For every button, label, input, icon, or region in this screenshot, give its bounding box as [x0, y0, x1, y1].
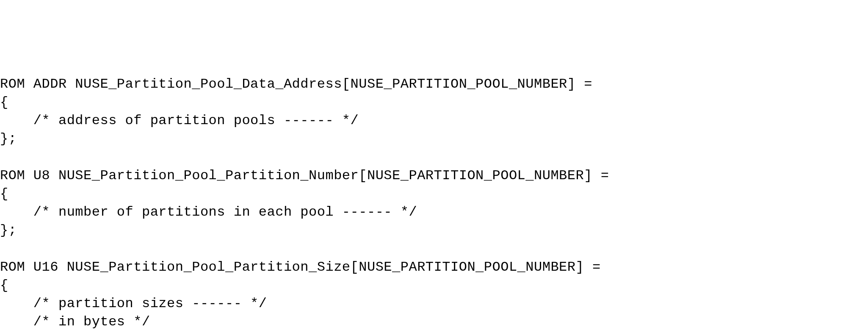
code-line: ROM ADDR NUSE_Partition_Pool_Data_Addres…	[0, 76, 592, 92]
code-block: ROM ADDR NUSE_Partition_Pool_Data_Addres…	[0, 73, 868, 333]
code-line: {	[0, 94, 8, 110]
code-line: /* partition sizes ------ */	[0, 296, 267, 311]
code-line: ROM U16 NUSE_Partition_Pool_Partition_Si…	[0, 259, 601, 275]
code-line: ROM U8 NUSE_Partition_Pool_Partition_Num…	[0, 168, 609, 183]
code-line: };	[0, 131, 17, 147]
code-line: };	[0, 222, 17, 238]
code-line: {	[0, 186, 8, 202]
code-line: {	[0, 278, 8, 293]
code-line: /* in bytes */	[0, 314, 150, 330]
code-line: /* number of partitions in each pool ---…	[0, 204, 417, 220]
code-line: /* address of partition pools ------ */	[0, 113, 359, 128]
